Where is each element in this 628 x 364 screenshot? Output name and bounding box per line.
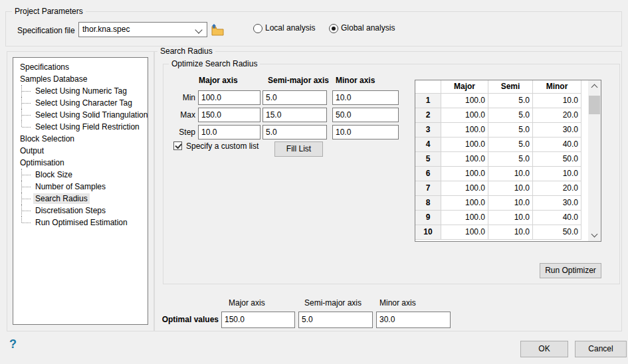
spec-file-label: Specification file [17,26,75,35]
min-semi-major-field[interactable]: 5.0 [262,90,327,105]
table-cell[interactable]: 40.0 [533,137,581,152]
row-number[interactable]: 10 [415,225,441,240]
vertical-scrollbar[interactable] [588,80,601,241]
optimal-semi-major-field[interactable]: 5.0 [298,312,373,328]
tree-item-block-size[interactable]: Block Size [13,169,148,181]
max-minor-field[interactable]: 50.0 [332,108,399,122]
table-cell[interactable]: 5.0 [488,108,533,123]
table-cell[interactable]: 5.0 [488,94,533,108]
tree-item-samples-database[interactable]: Samples Database [13,73,148,85]
step-major-field[interactable]: 10.0 [198,125,261,139]
table-cell[interactable]: 20.0 [533,181,581,196]
table-cell[interactable]: 10.0 [488,225,533,240]
open-spec-file-button[interactable] [210,23,225,37]
table-cell[interactable]: 100.0 [441,196,488,211]
cancel-button[interactable]: Cancel [575,341,627,357]
tree-item-specifications[interactable]: Specifications [13,61,148,73]
tree-item-output[interactable]: Output [13,145,148,157]
row-number[interactable]: 4 [415,137,441,152]
table-cell[interactable]: 30.0 [533,123,581,137]
tree-item-number-of-samples[interactable]: Number of Samples [13,181,148,193]
tree-item-select-using-solid-triangulation[interactable]: Select Using Solid Triangulation [13,109,148,121]
table-cell[interactable]: 100.0 [441,152,488,167]
table-cell[interactable]: 100.0 [441,211,488,225]
tree-item-label: Run Optimised Estimation [33,217,130,228]
run-optimizer-button[interactable]: Run Optimizer [540,263,601,278]
custom-list-checkbox-label: Specify a custom list [186,141,259,151]
table-cell[interactable]: 5.0 [488,123,533,137]
table-cell[interactable]: 100.0 [441,137,488,152]
table-cell[interactable]: 10.0 [533,94,581,108]
table-cell[interactable]: 10.0 [488,211,533,225]
max-semi-major-field[interactable]: 15.0 [262,108,327,122]
table-cell[interactable]: 10.0 [488,196,533,211]
row-number[interactable]: 2 [415,108,441,123]
table-header-semi: Semi [488,80,533,94]
scroll-up-button[interactable] [588,80,601,92]
spec-file-combobox[interactable]: thor.kna.spec [78,22,207,37]
radio-label: Local analysis [265,23,315,33]
tree-item-label: Discretisation Steps [33,205,108,216]
tree-item-label: Select Using Character Tag [33,98,134,108]
optimal-header-minor-axis: Minor axis [379,298,416,308]
radio-label: Global analysis [341,23,395,33]
table-cell[interactable]: 10.0 [488,167,533,181]
search-radius-title: Search Radius [157,46,215,56]
table-cell[interactable]: 100.0 [441,123,488,137]
row-number[interactable]: 6 [415,167,441,181]
table-cell[interactable]: 10.0 [488,181,533,196]
table-cell[interactable]: 100.0 [441,94,488,108]
radio-unselected-icon [253,24,262,33]
row-number[interactable]: 1 [415,94,441,108]
min-major-field[interactable]: 100.0 [198,90,261,105]
row-number[interactable]: 5 [415,152,441,167]
folder-import-icon [210,23,225,37]
table-cell[interactable]: 20.0 [533,108,581,123]
tree-item-label: Number of Samples [33,181,108,192]
tree-item-block-selection[interactable]: Block Selection [13,133,148,145]
table-cell[interactable]: 100.0 [441,225,488,240]
optimal-minor-field[interactable]: 30.0 [376,312,451,328]
help-icon[interactable]: ? [9,337,17,351]
table-cell[interactable]: 5.0 [488,137,533,152]
table-cell[interactable]: 50.0 [533,225,581,240]
tree-item-discretisation-steps[interactable]: Discretisation Steps [13,205,148,217]
table-cell[interactable]: 100.0 [441,108,488,123]
table-header-minor: Minor [533,80,581,94]
row-number[interactable]: 9 [415,211,441,225]
chevron-down-icon[interactable] [195,26,202,33]
table-cell[interactable]: 100.0 [441,181,488,196]
ok-button[interactable]: OK [520,341,568,357]
tree-item-select-using-numeric-tag[interactable]: Select Using Numeric Tag [13,85,148,97]
row-number[interactable]: 7 [415,181,441,196]
table-cell[interactable]: 5.0 [488,152,533,167]
optimal-major-field[interactable]: 150.0 [221,312,295,328]
project-parameters-title: Project Parameters [12,7,86,16]
table-cell[interactable]: 10.0 [533,167,581,181]
optimize-title: Optimize Search Radius [169,59,260,68]
custom-list-checkbox[interactable] [173,141,182,150]
table-cell[interactable]: 50.0 [533,152,581,167]
max-major-field[interactable]: 150.0 [198,108,261,122]
tree-item-run-optimised-estimation[interactable]: Run Optimised Estimation [13,217,148,228]
tree-item-search-radius[interactable]: Search Radius [13,193,148,205]
fill-list-button[interactable]: Fill List [274,141,323,157]
step-minor-field[interactable]: 10.0 [332,125,399,139]
chevron-down-icon [591,231,598,238]
step-semi-major-field[interactable]: 5.0 [262,125,327,139]
row-number[interactable]: 8 [415,196,441,211]
tree-item-label: Block Selection [18,134,76,144]
table-cell[interactable]: 40.0 [533,211,581,225]
min-minor-field[interactable]: 10.0 [332,90,399,105]
table-header-row-number [415,80,441,94]
scroll-down-button[interactable] [588,230,601,241]
tree-item-select-using-character-tag[interactable]: Select Using Character Tag [13,97,148,109]
row-number[interactable]: 3 [415,123,441,137]
table-cell[interactable]: 30.0 [533,196,581,211]
tree-item-select-using-field-restriction[interactable]: Select Using Field Restriction [13,121,148,133]
tree-item-optimisation[interactable]: Optimisation [13,157,148,169]
optimal-header-semi-major-axis: Semi-major axis [304,298,362,308]
scrollbar-thumb[interactable] [589,96,600,114]
tree-item-label: Search Radius [33,193,90,204]
table-cell[interactable]: 100.0 [441,167,488,181]
